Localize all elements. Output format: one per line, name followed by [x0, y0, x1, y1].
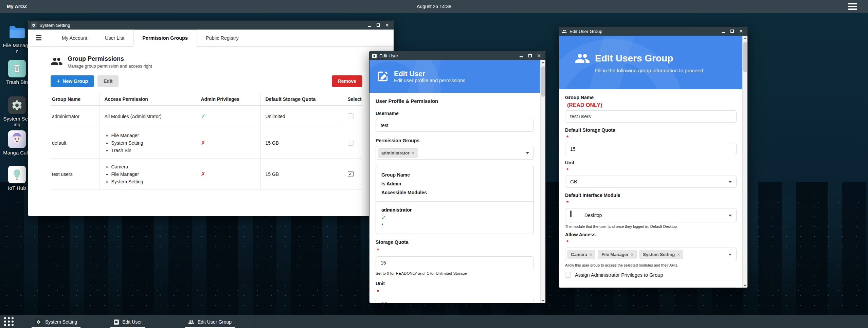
row-select-checkbox[interactable]: ✓	[348, 171, 354, 177]
taskbar-item-system-setting[interactable]: System Setting	[32, 317, 80, 328]
scroll-up-icon[interactable]	[542, 62, 544, 65]
minimize-button[interactable]	[517, 52, 526, 59]
interface-module-helper: The module that the user land once they …	[565, 224, 737, 229]
dialog-subtitle: Edit user profile and permissions	[394, 78, 465, 83]
desktop-icon-system-setting[interactable]: System Setting	[3, 96, 31, 127]
new-group-button[interactable]: + New Group	[51, 75, 94, 87]
unit-select[interactable]: GB	[376, 298, 534, 303]
taskbar-item-label: Edit User Group	[198, 319, 232, 325]
default-interface-module-select[interactable]: Desktop	[565, 208, 737, 222]
quota-cell: 15 GB	[260, 127, 343, 159]
username-label: Username	[376, 111, 534, 116]
scroll-up-icon[interactable]	[744, 37, 746, 40]
column-header: Select	[343, 93, 362, 106]
group-tag[interactable]: administrator ×	[378, 148, 418, 158]
tab-menu-icon[interactable]	[36, 35, 41, 40]
chip-remove-icon[interactable]: ×	[631, 252, 634, 257]
brand-label: My ArOZ	[7, 4, 27, 9]
close-button[interactable]: ✕	[535, 52, 543, 59]
close-button[interactable]: ✕	[737, 28, 745, 35]
required-asterisk: *	[566, 167, 568, 173]
tab-user-list[interactable]: User List	[96, 30, 133, 46]
gear-icon	[8, 96, 26, 114]
dialog-header: Edit Users Group Fill in the following g…	[559, 36, 747, 89]
is-admin-check-icon: ✓	[381, 214, 528, 222]
edit-pencil-icon	[376, 70, 389, 83]
group-name-field[interactable]	[565, 110, 737, 123]
check-icon: ✓	[349, 172, 352, 176]
unit-label: Unit	[376, 281, 534, 286]
chip-remove-icon[interactable]: ×	[590, 252, 592, 257]
maximize-button[interactable]	[526, 52, 535, 59]
taskbar: System Setting Edit User Edit User Group	[0, 315, 868, 328]
taskbar-item-edit-user-group[interactable]: Edit User Group	[185, 317, 235, 328]
module-tag[interactable]: System Setting×	[639, 250, 683, 259]
row-select-checkbox[interactable]	[348, 140, 354, 146]
settings-tabstrip: My Account User List Permission Groups P…	[28, 30, 394, 47]
username-field[interactable]	[376, 119, 534, 132]
column-header: Access Permission	[100, 93, 196, 106]
close-button[interactable]: ✕	[383, 21, 392, 29]
taskbar-item-edit-user[interactable]: Edit User	[110, 317, 145, 328]
tab-public-registry[interactable]: Public Registry	[197, 30, 248, 46]
chip-remove-icon[interactable]: ×	[677, 252, 680, 257]
desktop-icon-manga-cafe[interactable]: Manga Cafe	[3, 130, 31, 156]
bulb-icon	[8, 166, 26, 183]
desktop-icon-label: IoT Hub	[3, 185, 31, 191]
quota-cell: Unlimited	[260, 106, 343, 127]
tab-permission-groups[interactable]: Permission Groups	[133, 30, 197, 47]
dialog-title: Edit User	[394, 70, 465, 78]
desktop-icon-file-manager[interactable]: File Manager	[3, 23, 31, 54]
module-table: # Module Name Camera	[565, 287, 737, 288]
unit-select[interactable]: GB	[565, 176, 737, 188]
required-asterisk: *	[377, 289, 379, 295]
module-tag[interactable]: File Manager×	[598, 250, 637, 259]
minimize-button[interactable]	[719, 28, 728, 35]
tab-my-account[interactable]: My Account	[53, 30, 96, 46]
taskbar-item-label: Edit User	[122, 319, 142, 325]
edit-user-group-form: Group Name(READ ONLY) Default Storage Qu…	[559, 89, 747, 288]
plus-icon: +	[57, 78, 60, 84]
info-field-label: Is Admin	[381, 179, 528, 188]
allow-access-multiselect[interactable]: Camera× File Manager× System Setting×	[565, 248, 737, 261]
system-setting-titlebar[interactable]: System Setting ✕	[28, 21, 394, 30]
module-tag[interactable]: Camera×	[567, 250, 595, 259]
default-interface-module-label: Default Interface Module	[565, 193, 737, 198]
assign-admin-checkbox[interactable]	[565, 272, 571, 278]
maximize-button[interactable]	[374, 21, 383, 29]
row-select-checkbox[interactable]	[348, 113, 354, 119]
permission-groups-label: Permission Groups	[376, 138, 534, 143]
scrollbar[interactable]	[540, 60, 545, 303]
dialog-header: Edit User Edit user profile and permissi…	[369, 60, 545, 93]
scrollbar-thumb[interactable]	[743, 42, 747, 72]
edit-button[interactable]: Edit	[97, 75, 119, 87]
required-asterisk: *	[566, 239, 568, 245]
scroll-down-icon[interactable]	[744, 284, 746, 286]
desktop-icon-label: Trash Bin	[3, 79, 31, 85]
maximize-button[interactable]	[728, 28, 737, 35]
desktop-icon-iot-hub[interactable]: IoT Hub	[3, 166, 31, 191]
page-subtitle: Manage group permission and access right	[68, 63, 152, 69]
chip-remove-icon[interactable]: ×	[412, 150, 415, 156]
scroll-down-icon[interactable]	[542, 299, 544, 302]
gear-icon	[35, 318, 42, 325]
hamburger-menu-icon[interactable]	[848, 3, 857, 10]
default-storage-quota-field[interactable]	[565, 143, 737, 155]
desktop-icon-trash-bin[interactable]: Trash Bin	[3, 60, 31, 85]
storage-quota-field[interactable]	[376, 256, 534, 269]
scrollbar-thumb[interactable]	[541, 66, 545, 97]
edit-user-window: Edit User ✕ Edit User Edit user profile …	[369, 51, 546, 303]
manga-icon	[8, 130, 26, 148]
permission-groups-multiselect[interactable]: administrator ×	[376, 146, 534, 160]
admin-check-icon: ✓	[201, 113, 206, 120]
toolbar: + New Group Edit Remove	[51, 75, 362, 87]
scrollbar[interactable]	[742, 36, 747, 288]
remove-button[interactable]: Remove	[332, 75, 362, 87]
admin-cross-icon: ✗	[201, 140, 205, 146]
folder-icon	[8, 23, 26, 41]
edit-user-group-titlebar[interactable]: Edit User Group ✕	[559, 27, 747, 36]
minimize-button[interactable]	[365, 21, 374, 29]
edit-user-titlebar[interactable]: Edit User ✕	[369, 51, 545, 60]
app-launcher-icon[interactable]	[4, 317, 14, 326]
page-title: Group Permissions	[68, 55, 152, 62]
